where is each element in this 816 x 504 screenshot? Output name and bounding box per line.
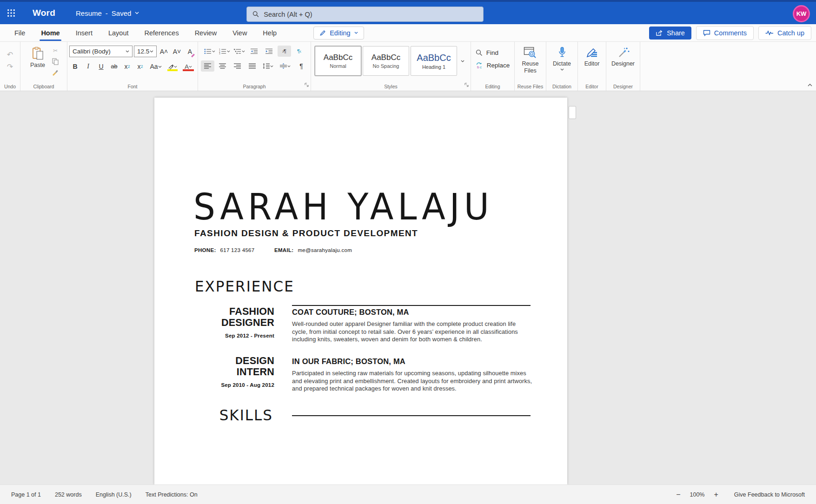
editing-group: Find bc Replace Editing xyxy=(471,42,515,91)
align-left-button[interactable] xyxy=(201,60,214,72)
font-family-select[interactable]: Calibri (Body) xyxy=(69,46,133,57)
strikethrough-button[interactable]: ab xyxy=(108,61,120,72)
align-left-icon xyxy=(204,63,211,69)
catch-up-button[interactable]: Catch up xyxy=(758,26,811,40)
designer-label: Designer xyxy=(611,60,635,67)
editing-mode-dropdown[interactable]: Editing xyxy=(313,27,364,40)
style-no-spacing[interactable]: AaBbCc No Spacing xyxy=(363,46,409,76)
align-right-button[interactable] xyxy=(231,60,244,72)
copy-button[interactable] xyxy=(50,57,61,66)
feedback-link[interactable]: Give Feedback to Microsoft xyxy=(734,491,805,498)
highlight-color-button[interactable] xyxy=(166,61,179,72)
find-button[interactable]: Find xyxy=(476,49,510,56)
paragraph-spacing-button[interactable] xyxy=(278,60,293,72)
search-box[interactable] xyxy=(246,7,484,22)
share-button[interactable]: Share xyxy=(649,27,691,40)
clipboard-icon xyxy=(32,46,44,60)
clipboard-group: Paste ✂ Clipboard xyxy=(20,42,67,91)
right-to-left-button[interactable]: ¶‹ xyxy=(292,46,306,57)
styles-gallery-more-button[interactable] xyxy=(458,46,467,76)
editor-group: Editor Editor xyxy=(578,42,606,91)
tab-review[interactable]: Review xyxy=(187,24,225,41)
font-color-button[interactable]: A xyxy=(181,61,196,72)
paste-button[interactable]: Paste xyxy=(27,45,49,76)
paragraph-dialog-launcher[interactable] xyxy=(305,80,309,89)
tab-home[interactable]: Home xyxy=(33,24,67,41)
comments-button[interactable]: Comments xyxy=(696,26,754,40)
tab-layout[interactable]: Layout xyxy=(100,24,137,41)
designer-button[interactable]: Designer xyxy=(608,45,638,69)
style-preview: AaBbCc xyxy=(372,53,400,62)
style-preview: AaBbCc xyxy=(417,53,451,63)
collapse-ribbon-button[interactable] xyxy=(808,80,812,88)
bold-button[interactable]: B xyxy=(69,61,81,72)
format-painter-button[interactable] xyxy=(50,68,61,76)
increase-indent-button[interactable] xyxy=(263,46,276,57)
replace-icon: bc xyxy=(476,62,483,69)
dictate-button[interactable]: Dictate xyxy=(549,45,575,73)
replace-button[interactable]: bc Replace xyxy=(476,62,510,69)
align-center-button[interactable] xyxy=(216,60,229,72)
show-formatting-marks-button[interactable]: ¶ xyxy=(295,60,308,72)
search-input[interactable] xyxy=(264,11,478,18)
underline-button[interactable]: U xyxy=(95,61,107,72)
editing-group-label: Editing xyxy=(471,84,514,89)
left-to-right-button[interactable]: ›¶ xyxy=(278,46,291,57)
font-size-select[interactable]: 12.5 xyxy=(134,46,157,57)
zoom-out-button[interactable]: − xyxy=(670,491,686,499)
line-spacing-button[interactable] xyxy=(260,60,276,72)
italic-button[interactable]: I xyxy=(82,61,94,72)
word-count[interactable]: 252 words xyxy=(55,491,82,498)
resume-name: SARAH YALAJU xyxy=(193,185,493,228)
phone-label: PHONE: xyxy=(194,247,216,253)
zoom-level[interactable]: 100% xyxy=(686,491,709,498)
language-selector[interactable]: English (U.S.) xyxy=(96,491,132,498)
find-label: Find xyxy=(486,49,498,56)
style-normal[interactable]: AaBbCc Normal xyxy=(315,46,361,76)
tab-help[interactable]: Help xyxy=(255,24,285,41)
document-title-menu[interactable]: Resume - Saved xyxy=(76,9,139,17)
font-family-value: Calibri (Body) xyxy=(73,48,111,55)
style-heading-1[interactable]: AaBbCc Heading 1 xyxy=(411,46,457,76)
chevron-down-icon xyxy=(560,68,564,71)
change-case-button[interactable]: Aa xyxy=(147,61,164,72)
grow-font-button[interactable]: A˄ xyxy=(158,46,170,57)
tab-insert[interactable]: Insert xyxy=(68,24,100,41)
document-page[interactable]: SARAH YALAJU FASHION DESIGN & PRODUCT DE… xyxy=(154,98,567,484)
decrease-indent-button[interactable] xyxy=(248,46,261,57)
scrollbar-thumb[interactable] xyxy=(569,106,576,119)
undo-group: ↶ ↷ Undo xyxy=(0,42,20,91)
tab-file[interactable]: File xyxy=(7,24,33,41)
numbering-button[interactable]: 123 xyxy=(218,46,232,57)
justify-button[interactable] xyxy=(245,60,259,72)
experience-heading: EXPERIENCE xyxy=(195,278,294,295)
zoom-in-button[interactable]: + xyxy=(709,491,724,499)
superscript-button[interactable]: x2 xyxy=(134,61,146,72)
tab-view[interactable]: View xyxy=(225,24,255,41)
bullets-button[interactable] xyxy=(203,46,217,57)
styles-dialog-launcher[interactable] xyxy=(464,80,469,89)
paragraph-group-label: Paragraph xyxy=(198,84,311,89)
undo-button[interactable]: ↶ xyxy=(4,48,16,60)
multilevel-list-button[interactable] xyxy=(233,46,246,57)
text-predictions-toggle[interactable]: Text Predictions: On xyxy=(146,491,198,498)
redo-button[interactable]: ↷ xyxy=(4,60,16,73)
align-right-icon xyxy=(234,63,241,69)
job-dates: Sep 2012 - Present xyxy=(225,333,274,338)
share-label: Share xyxy=(667,29,685,37)
clear-formatting-button[interactable]: A xyxy=(184,46,196,57)
cut-button[interactable]: ✂ xyxy=(50,46,61,55)
editor-button[interactable]: Editor xyxy=(581,45,604,69)
subscript-button[interactable]: x2 xyxy=(121,61,133,72)
microphone-icon xyxy=(558,46,566,59)
reuse-files-button[interactable]: Reuse Files xyxy=(518,45,542,76)
shrink-font-button[interactable]: A˅ xyxy=(171,46,183,57)
chevron-down-icon xyxy=(212,50,215,53)
dictation-group: Dictate Dictation xyxy=(546,42,578,91)
account-avatar[interactable]: KW xyxy=(793,5,810,22)
tab-references[interactable]: References xyxy=(136,24,186,41)
skills-divider xyxy=(292,415,531,416)
app-launcher-icon[interactable] xyxy=(0,2,22,24)
email-value: me@sarahyalaju.com xyxy=(298,247,352,253)
designer-group-label: Designer xyxy=(606,84,640,89)
